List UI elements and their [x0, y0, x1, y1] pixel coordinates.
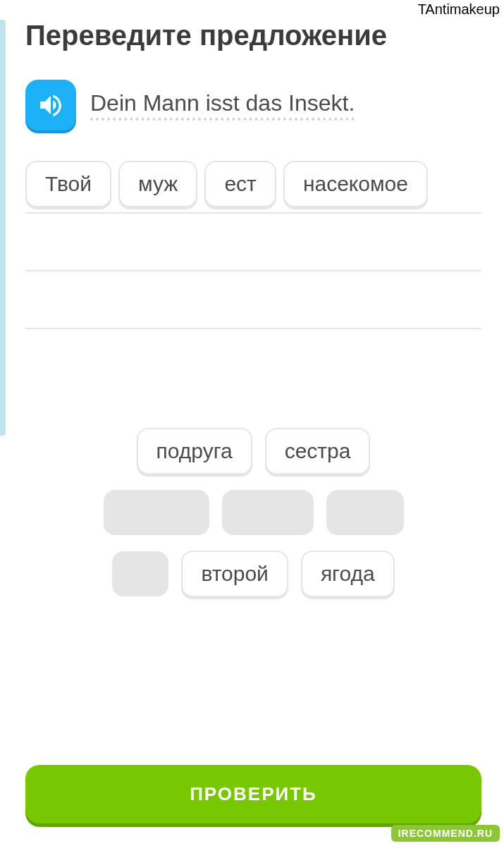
- bank-word[interactable]: ягода: [301, 551, 395, 597]
- speaker-icon: [37, 91, 65, 119]
- play-audio-button[interactable]: [25, 80, 76, 130]
- answer-line-1[interactable]: Твой муж ест насекомое: [25, 156, 481, 214]
- bank-row: подруга сестра: [137, 428, 371, 474]
- empty-slot: [104, 490, 209, 535]
- bank-word[interactable]: подруга: [137, 428, 252, 474]
- bank-word[interactable]: второй: [181, 551, 288, 597]
- answer-area: Твой муж ест насекомое: [25, 156, 481, 329]
- progress-bar-edge: [0, 20, 6, 436]
- answer-line-2[interactable]: [25, 214, 481, 271]
- empty-slot: [222, 490, 314, 535]
- empty-slot: [326, 490, 404, 535]
- bank-row: второй ягода: [112, 551, 394, 597]
- watermark-bottom: IRECOMMEND.RU: [391, 825, 500, 842]
- answer-word[interactable]: ест: [204, 161, 276, 207]
- answer-word[interactable]: насекомое: [283, 161, 428, 207]
- exercise-container: Переведите предложение Dein Mann isst da…: [0, 0, 504, 846]
- watermark-top: TAntimakeup: [418, 1, 500, 18]
- answer-line-3[interactable]: [25, 271, 481, 329]
- answer-word[interactable]: муж: [118, 161, 197, 207]
- answer-word[interactable]: Твой: [25, 161, 111, 207]
- word-bank: подруга сестра второй ягода: [25, 428, 481, 597]
- source-sentence[interactable]: Dein Mann isst das Insekt.: [90, 90, 355, 121]
- page-title: Переведите предложение: [25, 20, 481, 51]
- check-button[interactable]: ПРОВЕРИТЬ: [25, 765, 481, 823]
- bank-row: [104, 490, 404, 535]
- prompt-row: Dein Mann isst das Insekt.: [25, 80, 481, 130]
- bank-word[interactable]: сестра: [265, 428, 371, 474]
- empty-slot: [112, 551, 168, 596]
